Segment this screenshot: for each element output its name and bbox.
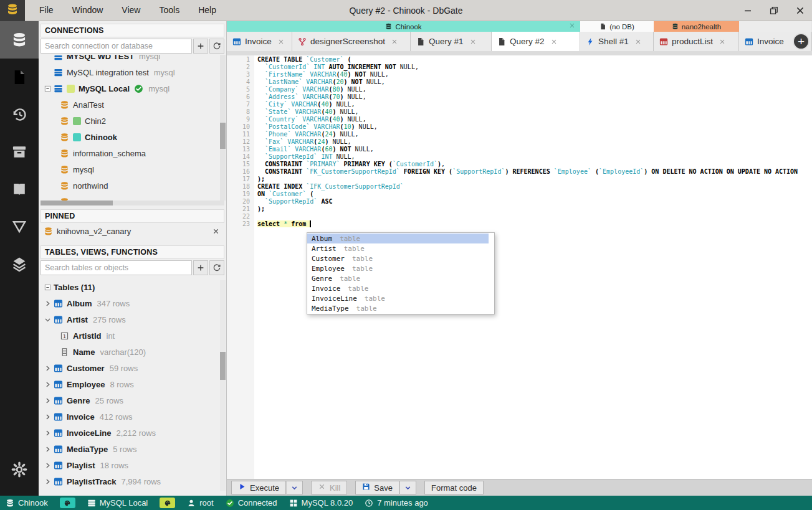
execute-options-button[interactable] (286, 481, 303, 494)
table-item[interactable]: Customer59 rows (39, 360, 226, 376)
add-connection-button[interactable] (193, 39, 208, 54)
chevron-right-icon[interactable] (42, 461, 54, 470)
reference-panel-icon[interactable] (0, 171, 39, 208)
autocomplete-item-invoice[interactable]: Invoicetable (307, 283, 489, 293)
status-database-color[interactable] (60, 498, 75, 508)
collapse-toggle[interactable] (42, 283, 54, 291)
vscrollbar-thumb[interactable] (220, 123, 226, 149)
format-code-button[interactable]: Format code (424, 481, 484, 494)
autocomplete-item-invoiceline[interactable]: InvoiceLinetable (307, 293, 489, 303)
execute-button[interactable]: Execute (231, 481, 286, 494)
table-item[interactable]: Genre25 rows (39, 392, 226, 408)
chevron-right-icon[interactable] (42, 477, 54, 486)
tab-invoice[interactable]: Invoice (227, 32, 292, 51)
pinned-item[interactable]: knihovna_v2_canary (39, 223, 226, 239)
close-tab-icon[interactable] (550, 38, 558, 45)
status-connection[interactable]: MySQL Local (87, 498, 148, 508)
settings-icon[interactable] (0, 451, 39, 488)
status-server-version[interactable]: MySQL 8.0.20 (289, 498, 353, 508)
table-item[interactable]: PlaylistTrack7,994 rows (39, 473, 226, 489)
tab-productlist[interactable]: productList (654, 32, 739, 51)
database-item[interactable]: mysql (39, 161, 226, 177)
refresh-connections-button[interactable] (209, 39, 224, 54)
column-item[interactable]: Namevarchar(120) (39, 344, 226, 360)
status-connection-color[interactable] (160, 498, 175, 508)
close-tab-icon[interactable] (719, 38, 726, 45)
connections-search-input[interactable] (41, 39, 192, 54)
hscrollbar-thumb[interactable] (41, 201, 113, 205)
autocomplete-item-genre[interactable]: Genretable (307, 273, 489, 283)
unpin-icon[interactable] (212, 227, 220, 235)
connection-item[interactable]: MySQL integration testmysql (39, 64, 226, 80)
tab-group-nodb[interactable]: (no DB) (580, 21, 654, 32)
tab-group-chinook[interactable]: Chinook (227, 21, 580, 32)
autocomplete-item-album[interactable]: Albumtable (307, 234, 489, 243)
chevron-right-icon[interactable] (42, 428, 54, 437)
table-item[interactable]: Album347 rows (39, 295, 226, 311)
collapse-toggle[interactable] (42, 84, 54, 93)
menu-help[interactable]: Help (189, 0, 226, 21)
database-item[interactable]: Chinook (39, 129, 226, 145)
menu-window[interactable]: Window (63, 0, 113, 21)
table-item[interactable]: MediaType5 rows (39, 441, 226, 457)
table-item[interactable]: Invoice412 rows (39, 408, 226, 425)
restore-button[interactable] (768, 5, 780, 16)
tab-shell1[interactable]: Shell #1 (580, 32, 654, 51)
archive-panel-icon[interactable] (0, 133, 39, 171)
files-panel-icon[interactable] (0, 59, 39, 96)
table-item[interactable]: Artist275 rows (39, 311, 226, 328)
database-item[interactable]: information_schema (39, 145, 226, 161)
database-item[interactable]: AnalTest (39, 97, 226, 113)
vscrollbar-thumb[interactable] (220, 352, 226, 380)
new-tab-button[interactable]: + (793, 33, 810, 50)
database-item[interactable]: northwind (39, 177, 226, 194)
connection-item[interactable]: MYSQL WD TESTmysql (39, 55, 226, 64)
chevron-down-icon[interactable] (42, 315, 54, 324)
history-panel-icon[interactable] (0, 96, 39, 133)
status-database[interactable]: Chinook (6, 498, 48, 508)
tables-search-input[interactable] (41, 260, 192, 275)
database-item[interactable] (39, 194, 226, 201)
menu-view[interactable]: View (112, 0, 150, 21)
filter-panel-icon[interactable] (0, 208, 39, 245)
sql-editor[interactable]: 1234567891011121314151617181920212223 CR… (227, 51, 812, 479)
tab-query1[interactable]: Query #1 (411, 32, 492, 51)
table-item[interactable]: Employee8 rows (39, 376, 226, 392)
close-tab-icon[interactable] (634, 38, 642, 45)
status-connected[interactable]: Connected (226, 498, 277, 508)
tables-vscrollbar[interactable] (220, 280, 226, 491)
column-item[interactable]: 1ArtistIdint (39, 328, 226, 344)
autocomplete-item-customer[interactable]: Customertable (307, 253, 489, 263)
table-item[interactable]: InvoiceLine2,212 rows (39, 425, 226, 441)
autocomplete-item-artist[interactable]: Artisttable (307, 243, 489, 253)
status-last-executed[interactable]: 7 minutes ago (365, 498, 428, 508)
connections-vscrollbar[interactable] (220, 55, 226, 201)
plugins-panel-icon[interactable] (0, 245, 39, 283)
close-tab-icon[interactable] (277, 38, 285, 45)
menu-tools[interactable]: Tools (150, 0, 189, 21)
tab-group-nano2health[interactable]: nano2health (654, 21, 739, 32)
database-item[interactable]: Chin2 (39, 113, 226, 129)
tab-designerscreenshot[interactable]: designerScreenshot (292, 32, 411, 51)
minimize-button[interactable] (742, 5, 753, 16)
close-button[interactable] (795, 5, 806, 16)
close-group-icon[interactable] (568, 22, 576, 29)
save-button[interactable]: Save (355, 481, 399, 494)
refresh-objects-button[interactable] (209, 260, 224, 275)
close-tab-icon[interactable] (469, 38, 477, 45)
autocomplete-item-employee[interactable]: Employeetable (307, 263, 489, 273)
tab-query2[interactable]: Query #2 (492, 32, 580, 51)
chevron-right-icon[interactable] (42, 445, 54, 453)
connections-panel-icon[interactable] (0, 21, 39, 59)
status-user[interactable]: root (187, 498, 213, 508)
table-item[interactable]: Playlist18 rows (39, 457, 226, 473)
add-object-button[interactable] (193, 260, 208, 275)
connections-hscrollbar[interactable] (41, 201, 224, 205)
tables-root-item[interactable]: Tables (11) (39, 279, 226, 295)
close-tab-icon[interactable] (391, 38, 398, 45)
autocomplete-item-mediatype[interactable]: MediaTypetable (307, 303, 489, 313)
menu-file[interactable]: File (30, 0, 63, 21)
chevron-right-icon[interactable] (42, 299, 54, 308)
connection-item[interactable]: MySQL Localmysql (39, 80, 226, 97)
save-options-button[interactable] (399, 481, 416, 494)
